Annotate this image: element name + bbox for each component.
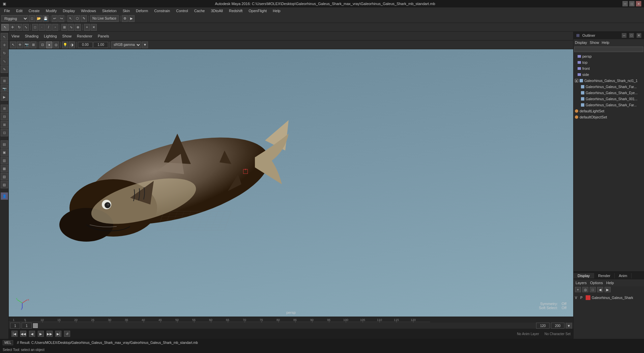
- snap-point-button[interactable]: ⊕: [75, 24, 81, 31]
- anim-loop-btn[interactable]: ↺: [64, 331, 70, 337]
- vp-move-btn[interactable]: ✛: [17, 42, 23, 48]
- new-scene-button[interactable]: □: [29, 15, 35, 22]
- menu-deform[interactable]: Deform: [133, 8, 151, 13]
- menu-skeleton[interactable]: Skeleton: [99, 8, 119, 13]
- left-select-button[interactable]: ↖: [1, 33, 8, 40]
- outliner-menu-display[interactable]: Display: [575, 40, 587, 45]
- render-button[interactable]: ▶: [128, 15, 135, 22]
- menu-display[interactable]: Display: [60, 8, 78, 13]
- frame-total-input[interactable]: [551, 323, 564, 329]
- left-tool5[interactable]: ▤: [1, 140, 8, 148]
- viewport-menu-shading[interactable]: Shading: [25, 34, 38, 38]
- fps-dropdown-btn[interactable]: ▼: [566, 322, 572, 329]
- left-user-icon[interactable]: 👤: [1, 192, 8, 200]
- outliner-maximize-btn[interactable]: □: [629, 33, 634, 38]
- menu-3dtoall[interactable]: 3DtoAll: [208, 8, 225, 13]
- rotate-button[interactable]: ↻: [16, 24, 22, 31]
- vp-smooth2-btn[interactable]: ◎: [53, 42, 59, 48]
- 3d-viewport[interactable]: persp Symmetry: Off Soft Select: Off X: [9, 49, 573, 317]
- vp-wire-btn[interactable]: ⊡: [39, 42, 46, 48]
- undo-button[interactable]: ↩: [52, 15, 58, 22]
- viewport-menu-show[interactable]: Show: [62, 34, 72, 38]
- menu-cache[interactable]: Cache: [192, 8, 208, 13]
- left-render-button[interactable]: ▶: [1, 93, 8, 101]
- left-tool10[interactable]: ▨: [1, 181, 8, 188]
- left-rotate-button[interactable]: ↻: [1, 49, 8, 57]
- left-move-button[interactable]: ✛: [1, 41, 8, 49]
- left-group2-btn[interactable]: ⊟: [1, 113, 8, 120]
- lasso-button[interactable]: ⬡: [74, 15, 80, 22]
- left-snap-button[interactable]: ⊞: [1, 77, 8, 84]
- left-camera-button[interactable]: 📷: [1, 85, 8, 92]
- viewport-menu-view[interactable]: View: [11, 34, 20, 38]
- menu-help[interactable]: Help: [270, 8, 283, 13]
- minimize-button[interactable]: ─: [622, 1, 628, 6]
- viewport-menu-renderer[interactable]: Renderer: [77, 34, 92, 38]
- anim-step-back-btn[interactable]: ◀◀: [20, 331, 26, 337]
- left-tool7[interactable]: ▥: [1, 157, 8, 164]
- left-group3-btn[interactable]: ⊠: [1, 121, 8, 128]
- face-button[interactable]: ▫: [52, 24, 58, 31]
- tree-item-side[interactable]: side: [574, 72, 643, 78]
- snap-curve-button[interactable]: ∿: [68, 24, 74, 31]
- tree-item-shark-far1[interactable]: Galeorhinus_Galeus_Shark_Far...: [574, 84, 643, 90]
- outliner-menu-help[interactable]: Help: [602, 40, 610, 45]
- scale-button[interactable]: ⤡: [23, 24, 29, 31]
- vp-value-input1[interactable]: [78, 42, 93, 48]
- maximize-button[interactable]: □: [629, 1, 635, 6]
- frame-end-input[interactable]: [536, 323, 550, 329]
- menu-redshift[interactable]: Redshift: [226, 8, 245, 13]
- select-tool-button[interactable]: ↖: [67, 15, 74, 22]
- no-live-surface-button[interactable]: No Live Surface: [90, 15, 119, 22]
- menu-file[interactable]: File: [1, 8, 13, 13]
- vp-colorspace-btn[interactable]: ▼: [142, 42, 148, 48]
- outliner-menu-show[interactable]: Show: [590, 40, 599, 45]
- tree-item-shark-001[interactable]: Galeorhinus_Galeus_Shark_001...: [574, 96, 643, 102]
- layer-icon4[interactable]: ▶: [605, 287, 611, 292]
- timeline-ruler[interactable]: 1 5 10 15 20 25 30 35: [9, 317, 573, 323]
- layer-add-btn[interactable]: +: [575, 287, 581, 292]
- channel-options-btn[interactable]: Options: [590, 281, 603, 285]
- layer-icon1[interactable]: ◎: [582, 287, 588, 292]
- vp-smooth-btn[interactable]: ●: [46, 42, 52, 48]
- vp-shadow-btn[interactable]: ◑: [69, 42, 75, 48]
- anim-go-end-btn[interactable]: ▶|: [55, 331, 61, 337]
- left-tool6[interactable]: ▣: [1, 148, 8, 156]
- open-scene-button[interactable]: 📂: [36, 15, 42, 22]
- anim-step-fwd-btn[interactable]: ▶▶: [47, 331, 53, 337]
- save-scene-button[interactable]: 💾: [42, 15, 49, 22]
- tree-item-top[interactable]: top: [574, 59, 643, 65]
- left-scale-button[interactable]: ⤡: [1, 57, 8, 65]
- cross-btn[interactable]: ✕: [91, 24, 97, 31]
- channel-tab-anim[interactable]: Anim: [615, 273, 632, 278]
- viewport-menu-panels[interactable]: Panels: [98, 34, 109, 38]
- left-group1-btn[interactable]: ⊞: [1, 105, 8, 112]
- channel-help-btn[interactable]: Help: [606, 281, 614, 285]
- menu-skin[interactable]: Skin: [120, 8, 133, 13]
- tree-item-persp[interactable]: persp: [574, 53, 643, 59]
- menu-openflight[interactable]: OpenFlight: [246, 8, 269, 13]
- select-obj-button[interactable]: ↖: [1, 24, 9, 31]
- close-button[interactable]: ✕: [636, 1, 641, 6]
- tree-item-default-light-set[interactable]: defaultLightSet: [574, 108, 643, 114]
- menu-modify[interactable]: Modify: [43, 8, 59, 13]
- tree-item-default-obj-set[interactable]: defaultObjectSet: [574, 114, 643, 120]
- menu-control[interactable]: Control: [173, 8, 191, 13]
- paint-button[interactable]: ✎: [81, 15, 87, 22]
- layer-icon2[interactable]: □: [590, 287, 596, 292]
- anim-go-start-btn[interactable]: |◀: [11, 331, 18, 337]
- menu-constrain[interactable]: Constrain: [151, 8, 173, 13]
- viewport-menu-lighting[interactable]: Lighting: [44, 34, 57, 38]
- channel-layers-btn[interactable]: Layers: [576, 281, 587, 285]
- left-tool9[interactable]: ▧: [1, 173, 8, 180]
- current-frame-input[interactable]: [22, 323, 32, 329]
- menu-edit[interactable]: Edit: [13, 8, 25, 13]
- tree-item-shark-eye[interactable]: Galeorhinus_Galeus_Shark_Eye...: [574, 90, 643, 96]
- tree-item-shark-far2[interactable]: Galeorhinus_Galeus_Shark_Far...: [574, 102, 643, 108]
- left-paint-button[interactable]: ✎: [1, 65, 8, 73]
- channel-tab-display[interactable]: Display: [574, 273, 594, 278]
- vp-select-btn[interactable]: ↖: [10, 42, 16, 48]
- vp-colorspace-dropdown[interactable]: sRGB gamma: [111, 42, 141, 48]
- vp-light-btn[interactable]: 💡: [62, 42, 68, 48]
- channel-tab-render[interactable]: Render: [594, 273, 615, 278]
